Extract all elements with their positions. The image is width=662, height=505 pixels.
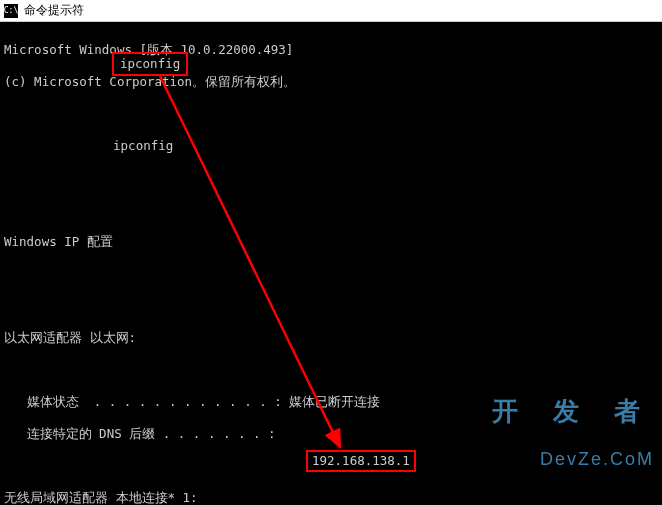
adapter-line: 媒体状态 . . . . . . . . . . . . : 媒体已断开连接: [4, 394, 658, 410]
adapter-line: 连接特定的 DNS 后缀 . . . . . . . :: [4, 426, 658, 442]
adapter-header: 以太网适配器 以太网:: [4, 330, 658, 346]
titlebar: C:\ 命令提示符: [0, 0, 662, 22]
ipconfig-title: Windows IP 配置: [4, 234, 658, 250]
terminal-output[interactable]: Microsoft Windows [版本 10.0.22000.493] (c…: [0, 22, 662, 505]
copyright-line: (c) Microsoft Corporation。保留所有权利。: [4, 74, 658, 90]
prompt-line: ipconfig: [4, 138, 658, 154]
adapter-header: 无线局域网适配器 本地连接* 1:: [4, 490, 658, 505]
ipv4-highlight-box: 192.168.138.1: [306, 450, 416, 472]
window-title: 命令提示符: [24, 2, 84, 19]
cmd-icon: C:\: [4, 4, 18, 18]
svg-line-1: [160, 76, 340, 447]
command-highlight-box: ipconfig: [112, 52, 188, 76]
version-line: Microsoft Windows [版本 10.0.22000.493]: [4, 42, 658, 58]
